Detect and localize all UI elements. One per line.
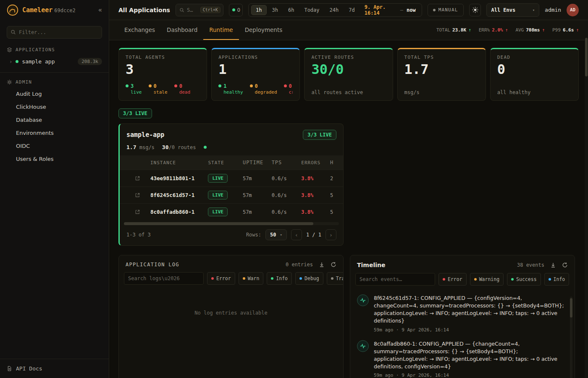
log-entries-count: 0 entries	[286, 262, 313, 268]
sidebar-item-sample-app[interactable]: › sample app 208.3k	[0, 55, 109, 68]
instance-id: 43ee9811b801-1	[150, 175, 208, 181]
extra-cell: 2	[330, 176, 344, 181]
card-title: ACTIVE ROUTES	[311, 55, 386, 60]
instance-row[interactable]: 43ee9811b801-1 LIVE 57m 0.6/s 3.8% 2	[120, 170, 344, 186]
sidebar-app-name: sample app	[22, 58, 55, 65]
tps-value: 1.7	[126, 144, 136, 150]
extra-cell: 5	[330, 192, 344, 198]
log-filter-info[interactable]: Info	[267, 272, 292, 285]
card-title: APPLICATIONS	[218, 55, 293, 60]
external-link-icon[interactable]	[135, 192, 150, 198]
sidebar-item-audit-log[interactable]: Audit Log	[0, 87, 109, 100]
time-range-end[interactable]: now	[404, 7, 419, 13]
status-dot	[211, 277, 214, 280]
sidebar-item-database[interactable]: Database	[0, 113, 109, 126]
tps-cell: 0.6/s	[272, 176, 302, 181]
avatar[interactable]: AD	[567, 4, 579, 16]
overview-toggle[interactable]: O	[229, 4, 243, 16]
environment-select[interactable]: All Envs ▾	[486, 3, 539, 17]
refresh-icon[interactable]	[562, 262, 568, 268]
page-scrollbar-track	[585, 20, 588, 378]
uptime-cell: 57m	[243, 209, 272, 215]
extra-cell: 5	[330, 209, 344, 215]
card-value: 1	[218, 62, 293, 77]
log-filter-warn[interactable]: Warn	[239, 272, 264, 285]
timeline-filter-error[interactable]: Error	[438, 273, 467, 286]
external-link-icon[interactable]	[135, 176, 150, 181]
theme-toggle-button[interactable]	[469, 4, 481, 16]
next-page-button[interactable]: ›	[326, 229, 336, 240]
time-range-today[interactable]: Today	[299, 5, 324, 15]
global-search-input[interactable]: S… Ctrl+K	[176, 4, 223, 16]
sidebar-collapse-button[interactable]: «	[98, 6, 102, 14]
timeline-filter-warning[interactable]: Warning	[470, 273, 504, 286]
stack-icon	[7, 47, 12, 52]
state-badge: LIVE	[208, 207, 228, 216]
time-range-24h[interactable]: 24h	[325, 5, 344, 15]
page-scrollbar-thumb[interactable]	[585, 38, 588, 76]
application-card-header: sample-app 3/3 LIVE	[120, 124, 343, 144]
time-range-1h[interactable]: 1h	[251, 5, 266, 15]
download-icon[interactable]	[319, 262, 325, 268]
time-range-6h[interactable]: 6h	[284, 5, 299, 15]
timeline-title: Timeline	[357, 262, 386, 268]
tps-cell: 0.6/s	[272, 209, 302, 215]
errors-cell: 3.8%	[301, 192, 330, 198]
log-search-input[interactable]	[124, 272, 204, 285]
status-dot	[284, 84, 287, 87]
timeline-scrollbar-thumb[interactable]	[570, 298, 572, 318]
chevron-down-icon: ▾	[533, 8, 535, 12]
refresh-mode-button[interactable]: MANUAL	[428, 4, 464, 16]
prev-page-button[interactable]: ‹	[291, 229, 302, 240]
tab-exchanges[interactable]: Exchanges	[118, 20, 161, 40]
metric-err: ERR%2.0%↑	[479, 27, 508, 33]
status-dot	[218, 84, 221, 87]
log-empty-state: No log entries available	[119, 290, 343, 336]
time-range-start[interactable]: 9. Apr. 16:14	[360, 4, 399, 16]
tab-dashboard[interactable]: Dashboard	[161, 20, 203, 40]
time-range-7d[interactable]: 7d	[344, 5, 359, 15]
log-panel-header: APPLICATION LOG 0 entries	[119, 255, 343, 272]
event-text: 8c0affadb860-1: CONFIG_APPLIED — {change…	[374, 340, 565, 371]
sidebar-item-environments[interactable]: Environments	[0, 126, 109, 139]
timeline-filter-success[interactable]: Success	[507, 273, 541, 286]
timeline-event: 8f6245c61d57-1: CONFIG_APPLIED — {config…	[350, 291, 575, 336]
timeline-filter-info[interactable]: Info	[544, 273, 570, 286]
refresh-icon[interactable]	[331, 262, 336, 268]
timeline-controls: Error Warning Success Info	[350, 273, 575, 291]
status-dot	[433, 9, 436, 11]
application-name: sample-app	[126, 131, 164, 139]
stat-card-total-tps: TOTAL TPS 1.7 msg/s	[397, 48, 486, 101]
timeline-panel: Timeline 38 events Error Warning Success…	[350, 255, 575, 378]
uptime-cell: 57m	[243, 192, 272, 198]
camel-logo-icon	[7, 4, 18, 16]
horizontal-scrollbar-thumb[interactable]	[124, 222, 313, 225]
sidebar-item-clickhouse[interactable]: ClickHouse	[0, 100, 109, 113]
sidebar-filter-input[interactable]	[7, 26, 102, 39]
instance-row[interactable]: 8c0affadb860-1 LIVE 57m 0.6/s 3.8% 5	[120, 203, 344, 220]
app-root: Cameleer69dcce2 « APPLICATIONS › sample …	[0, 0, 588, 378]
metric-total: TOTAL23.8K↑	[436, 27, 471, 33]
tab-runtime[interactable]: Runtime	[203, 20, 239, 40]
log-filter-trace[interactable]: Trace	[327, 272, 344, 285]
sidebar-item-api-docs[interactable]: API Docs	[0, 359, 109, 378]
timeline-search-input[interactable]	[355, 273, 435, 286]
timeline-panel-header: Timeline 38 events	[350, 255, 575, 273]
external-link-icon[interactable]	[135, 209, 150, 215]
log-filter-error[interactable]: Error	[207, 272, 235, 285]
instances-table-header: INSTANCE STATE UPTIME TPS ERRORS H	[120, 155, 344, 170]
timeline-event: 8c0affadb860-1: CONFIG_APPLIED — {change…	[350, 336, 575, 378]
status-dot	[174, 84, 177, 87]
sidebar-item-users-roles[interactable]: Users & Roles	[0, 152, 109, 165]
event-time: 59m ago · 9 Apr 2026, 16:14	[374, 373, 565, 378]
tab-deployments[interactable]: Deployments	[239, 20, 289, 40]
stat-card-dead: DEAD 0 all healthy	[490, 48, 579, 101]
download-icon[interactable]	[550, 262, 556, 268]
rows-per-page-select[interactable]: 50▾	[265, 229, 287, 240]
status-dot	[243, 277, 245, 280]
instance-row[interactable]: 8f6245c61d57-1 LIVE 57m 0.6/s 3.8% 5	[120, 186, 344, 203]
log-filter-debug[interactable]: Debug	[295, 272, 323, 285]
time-range-3h[interactable]: 3h	[268, 5, 283, 15]
page-indicator: 1 / 1	[306, 232, 321, 238]
sidebar-item-oidc[interactable]: OIDC	[0, 139, 109, 152]
